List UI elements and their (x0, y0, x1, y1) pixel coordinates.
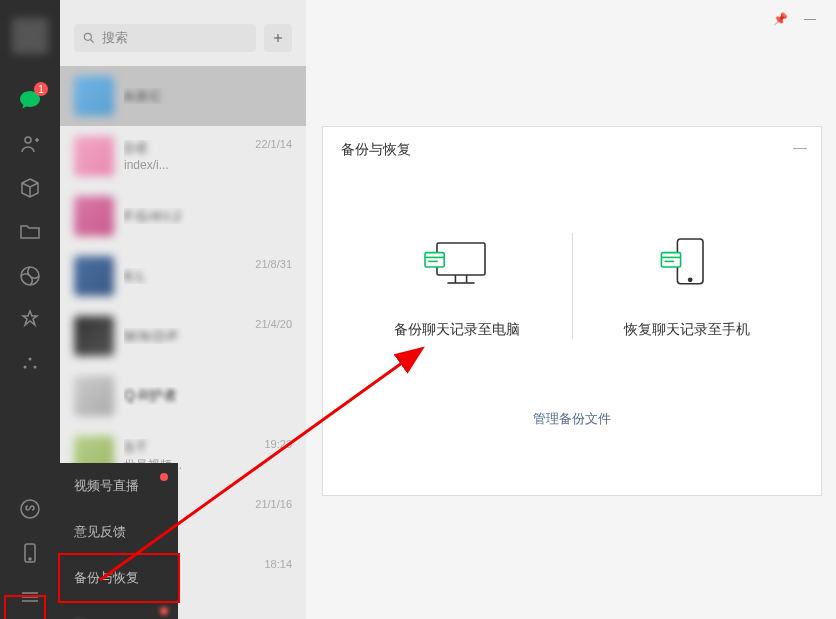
cube-tab[interactable] (16, 174, 44, 202)
aperture-tab[interactable] (16, 262, 44, 290)
mini-program-icon[interactable] (16, 495, 44, 523)
window-controls: 📌 — (773, 12, 816, 26)
search-input[interactable]: 搜索 (74, 24, 256, 52)
svg-point-2 (29, 358, 32, 361)
chat-time: 21/4/20 (255, 318, 292, 330)
popup-item-backup-restore[interactable]: 备份与恢复 (58, 553, 180, 603)
backup-to-pc-option[interactable]: 备份聊天记录至电脑 (343, 213, 572, 359)
chat-name: K·L (124, 268, 255, 284)
chat-item[interactable]: D·E index/i... 22/1/14 (60, 126, 306, 186)
chat-name: F·G·H·I·J (124, 208, 292, 224)
manage-backup-link[interactable]: 管理备份文件 (533, 411, 611, 426)
backup-to-pc-label: 备份聊天记录至电脑 (394, 321, 520, 339)
chat-preview: index/i... (124, 158, 255, 172)
settings-popup-menu: 视频号直播 意见反馈 备份与恢复 ··· (60, 463, 178, 619)
backup-restore-dialog: 备份与恢复 — 备份聊天记录至电脑 恢复聊天 (322, 126, 822, 496)
popup-item-feedback[interactable]: 意见反馈 (60, 509, 178, 555)
left-sidebar: 1 (0, 0, 60, 619)
chat-item[interactable]: Q·R护者 (60, 366, 306, 426)
chat-avatar (74, 316, 114, 356)
chat-item[interactable]: A·B·C (60, 66, 306, 126)
dialog-close-button[interactable]: — (793, 139, 807, 155)
chat-time: 21/8/31 (255, 258, 292, 270)
chat-tab[interactable]: 1 (16, 86, 44, 114)
search-placeholder: 搜索 (102, 29, 128, 47)
folder-tab[interactable] (16, 218, 44, 246)
chat-avatar (74, 136, 114, 176)
dialog-footer: 管理备份文件 (323, 379, 821, 448)
chat-avatar (74, 76, 114, 116)
restore-to-phone-option[interactable]: 恢复聊天记录至手机 (573, 213, 802, 359)
svg-point-3 (24, 366, 27, 369)
svg-point-7 (29, 558, 31, 560)
chat-time: 19:23 (264, 438, 292, 450)
contacts-tab[interactable] (16, 130, 44, 158)
add-button[interactable] (264, 24, 292, 52)
chat-time: 21/1/16 (255, 498, 292, 510)
svg-line-12 (91, 40, 94, 43)
plus-icon (271, 31, 285, 45)
search-row: 搜索 (60, 0, 306, 66)
dialog-title: 备份与恢复 — (323, 127, 821, 173)
chat-name: D·E (124, 140, 255, 156)
chat-avatar (74, 376, 114, 416)
restore-to-phone-label: 恢复聊天记录至手机 (624, 321, 750, 339)
more-tab[interactable] (16, 350, 44, 378)
chat-avatar (74, 196, 114, 236)
phone-restore-icon (647, 233, 727, 293)
phone-icon[interactable] (16, 539, 44, 567)
chat-name: A·B·C (124, 88, 292, 104)
svg-point-11 (84, 33, 91, 40)
popup-item-live[interactable]: 视频号直播 (60, 463, 178, 509)
chat-item[interactable]: F·G·H·I·J (60, 186, 306, 246)
svg-rect-19 (425, 253, 444, 267)
search-icon (82, 31, 96, 45)
popup-item-more[interactable]: ··· (60, 601, 178, 619)
chat-time: 18:14 (264, 558, 292, 570)
chat-name: M·N·O·P (124, 328, 255, 344)
svg-point-4 (34, 366, 37, 369)
svg-rect-24 (661, 253, 680, 267)
svg-point-23 (688, 278, 691, 281)
red-dot-indicator (160, 473, 168, 481)
favorites-tab[interactable] (16, 306, 44, 334)
chat-name: S·T (124, 439, 264, 455)
chat-avatar (74, 256, 114, 296)
svg-point-0 (25, 137, 31, 143)
monitor-icon (417, 233, 497, 293)
user-avatar[interactable] (12, 18, 48, 54)
chat-time: 22/1/14 (255, 138, 292, 150)
chat-name: Q·R护者 (124, 387, 292, 405)
chat-item[interactable]: M·N·O·P 21/4/20 (60, 306, 306, 366)
chat-badge: 1 (34, 82, 48, 96)
chat-item[interactable]: K·L 21/8/31 (60, 246, 306, 306)
annotation-red-box-settings (4, 595, 46, 619)
minimize-icon[interactable]: — (804, 12, 816, 26)
red-dot-indicator (160, 607, 168, 615)
pin-icon[interactable]: 📌 (773, 12, 788, 26)
